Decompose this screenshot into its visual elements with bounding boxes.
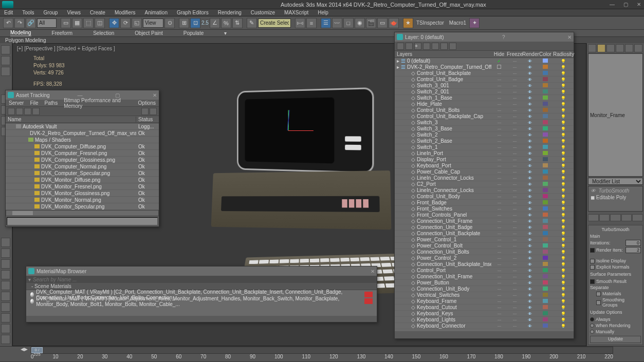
tab-modeling[interactable]: Modeling (10, 30, 31, 36)
layer-row[interactable]: ◇Control_Unit_Body------👁💡 (395, 194, 574, 200)
layer-row[interactable]: ◇Keyboard_Lights------👁💡 (395, 317, 574, 323)
layer-row[interactable]: ◇Connection_Unit_Backplate------👁💡 (395, 231, 574, 237)
modifier-stack[interactable]: 👁 TurboSmooth ◼ Editable Poly (588, 186, 643, 212)
layers-list[interactable]: ▸☰0 (default)✓---👁💡▸☰DVK-2_Retro_Compute… (395, 58, 574, 331)
stack-config-button[interactable] (632, 214, 643, 221)
layers-col-layers[interactable]: Layers (395, 51, 491, 57)
layers-titlebar[interactable]: Layer: 0 (default) ? ✕ (395, 32, 574, 42)
rollout-title[interactable]: TurboSmooth (590, 227, 641, 232)
layer-row[interactable]: ◇Display_Port------👁💡 (395, 157, 574, 163)
menu-group[interactable]: Group (44, 10, 58, 15)
scale-button[interactable]: ◱ (132, 18, 142, 28)
sep-sg-check[interactable] (596, 300, 601, 305)
cp-utilities-icon[interactable] (634, 44, 642, 52)
layer-row[interactable]: ◇LineIn_Connector_Locks------👁💡 (395, 175, 574, 181)
layer-row[interactable]: ◇Keyboard_Connector------👁💡 (395, 323, 574, 329)
menu-rendering[interactable]: Rendering (218, 10, 242, 15)
layer-row[interactable]: ◇Switch_1_Base------👁💡 (395, 95, 574, 101)
layer-row[interactable]: ◇C2_Port------👁💡 (395, 181, 574, 187)
layers-col-render[interactable]: Render (522, 51, 538, 57)
lt-b5-icon[interactable] (1, 281, 10, 290)
named-selset-dropdown[interactable] (258, 18, 291, 28)
lt-b8-icon[interactable] (1, 313, 10, 322)
stack-remove-button[interactable] (621, 214, 632, 221)
stack-editable-poly[interactable]: ◼ Editable Poly (590, 194, 641, 201)
menu-edit[interactable]: Edit (4, 10, 13, 15)
asset-hscroll[interactable] (6, 210, 159, 216)
layer-row[interactable]: ◇Connection_Unit_Backplate_Insert------👁… (395, 261, 574, 268)
menu-customize[interactable]: Customize (251, 10, 275, 15)
mirror-button[interactable]: ▹◃ (295, 18, 305, 28)
layer-row[interactable]: ◇Keyboard_Cutout------👁💡 (395, 304, 574, 311)
smooth-result-check[interactable] (590, 279, 595, 284)
scene-computer-body[interactable] (211, 170, 391, 230)
link-button[interactable]: 🔗 (26, 18, 36, 28)
window-crossing-button[interactable]: ◫ (95, 18, 105, 28)
timeline[interactable]: ◀▶ 0 / 225 01020304050607080901001101201… (0, 346, 644, 361)
lt-hierarchy-icon[interactable] (1, 56, 10, 65)
lt-b1-icon[interactable] (1, 238, 10, 247)
layer-row[interactable]: ◇Switch_3_Base------👁💡 (395, 126, 574, 132)
asset-tb5-icon[interactable] (141, 108, 149, 115)
render-frame-button[interactable]: ▭ (377, 18, 388, 28)
manip-button[interactable]: ⊞ (179, 18, 189, 28)
layer-row[interactable]: ◇Hide_Plate------👁💡 (395, 101, 574, 107)
material-browser-window[interactable]: Material/Map Browser ✕ ▾ - Scene Materia… (26, 266, 377, 322)
layer-row[interactable]: ◇Keyboard_Frame------👁💡 (395, 298, 574, 304)
lt-b10-icon[interactable] (1, 335, 10, 344)
asset-status-field[interactable] (7, 217, 158, 225)
menu-help[interactable]: Help (318, 10, 328, 15)
modifier-list-dropdown[interactable]: Modifier List (588, 178, 643, 185)
undo-button[interactable]: ↶ (3, 18, 13, 28)
layer-row[interactable]: ◇LineIn_Port------👁💡 (395, 150, 574, 157)
asset-close-button[interactable]: ✕ (153, 92, 157, 98)
asset-row[interactable]: DVK_Monitor_Specular.pngOk (6, 203, 159, 210)
layer-row[interactable]: ◇Power_Cable_Cap------👁💡 (395, 169, 574, 175)
layers-help-button[interactable]: ? (502, 34, 505, 40)
layer-row[interactable]: ◇Front_Controls_Panel------👁💡 (395, 212, 574, 218)
app-logo-icon[interactable] (2, 1, 13, 8)
render-iters-spinner[interactable] (625, 247, 641, 253)
layer-row[interactable]: ◇Switch_2------👁💡 (395, 132, 574, 138)
menu-create[interactable]: Create (90, 10, 105, 15)
material-editor-button[interactable]: ◉ (355, 18, 365, 28)
maximize-button[interactable]: ▢ (622, 2, 629, 8)
angle-snap-button[interactable]: ∠ (210, 18, 220, 28)
pivot-button[interactable]: ⊙ (164, 18, 175, 28)
ref-coord-dropdown[interactable] (143, 18, 163, 28)
menu-animation[interactable]: Animation (144, 10, 167, 15)
layer-row[interactable]: ◇Power_Control_1------👁💡 (395, 237, 574, 243)
layers-hide-icon[interactable] (440, 43, 448, 50)
stack-turbosmooth[interactable]: 👁 TurboSmooth (590, 187, 641, 194)
update-rendering-radio[interactable] (590, 323, 594, 328)
asset-menu-file[interactable]: File (30, 100, 38, 106)
lt-b7-icon[interactable] (1, 302, 10, 312)
sel-filter-dropdown[interactable] (37, 18, 57, 28)
layer-row[interactable]: ◇Connection_Unit_Badge------👁💡 (395, 224, 574, 231)
align-button[interactable]: ≡ (306, 18, 317, 28)
schematic-button[interactable]: □ (343, 18, 354, 28)
layers-window[interactable]: Layer: 0 (default) ? ✕ + Layers Hide Fre… (394, 32, 574, 339)
layer-row[interactable]: ◇Vectrical_Switches------👁💡 (395, 292, 574, 298)
layer-row[interactable]: ◇Switch_1------👁💡 (395, 144, 574, 150)
search-dropdown-icon[interactable]: ▾ (28, 277, 31, 282)
macro-label[interactable]: Macro1 (449, 20, 466, 26)
cp-hierarchy-icon[interactable] (606, 44, 615, 52)
asset-tb4-icon[interactable] (32, 108, 40, 115)
update-button[interactable]: Update (590, 336, 641, 343)
isoline-check[interactable] (590, 259, 595, 263)
layer-row[interactable]: ◇Keyboard_Keys------👁💡 (395, 311, 574, 317)
layer-row[interactable]: ◇Switch_2_Base------👁💡 (395, 138, 574, 144)
layer-row[interactable]: ◇LineIn_Connector_Locks------👁💡 (395, 187, 574, 194)
tab-populate[interactable]: Populate (183, 30, 204, 36)
matbrowser-titlebar[interactable]: Material/Map Browser ✕ (26, 266, 377, 276)
ribbon-expand-icon[interactable]: ▾ (224, 30, 227, 36)
lt-b9-icon[interactable] (1, 324, 10, 333)
layer-row[interactable]: ◇Connection_Unit_Frame------👁💡 (395, 218, 574, 224)
tab-selection[interactable]: Selection (93, 30, 114, 36)
iterations-spinner[interactable] (625, 240, 641, 246)
asset-tb3-icon[interactable] (24, 108, 31, 115)
layer-row[interactable]: ◇Switch_2_001------👁💡 (395, 89, 574, 95)
layer-row[interactable]: ◇Front_Switches------👁💡 (395, 206, 574, 212)
menu-tools[interactable]: Tools (22, 10, 34, 15)
